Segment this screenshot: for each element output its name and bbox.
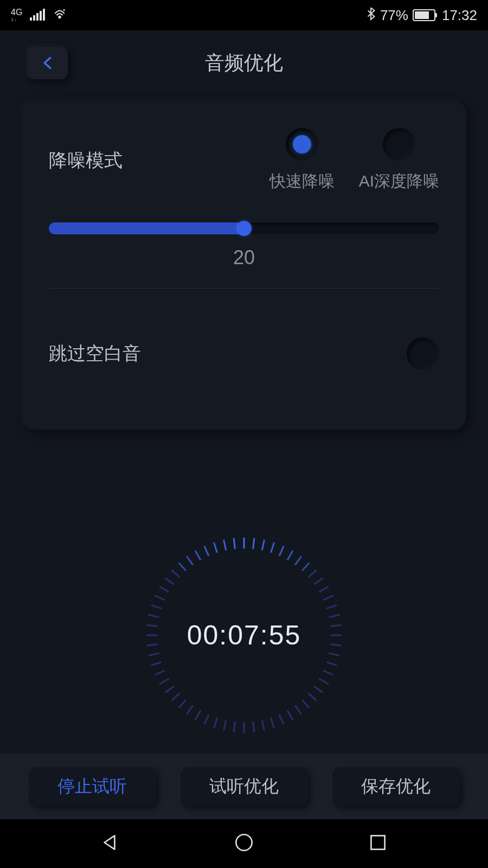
settings-card: 降噪模式 快速降噪 AI深度降噪: [22, 101, 466, 430]
skip-silence-label: 跳过空白音: [49, 341, 141, 366]
svg-line-49: [151, 605, 162, 608]
svg-line-24: [302, 700, 309, 708]
svg-line-45: [147, 644, 158, 646]
svg-line-58: [214, 542, 217, 553]
svg-line-21: [319, 679, 329, 684]
svg-line-33: [224, 720, 226, 731]
nav-back-button[interactable]: [99, 831, 121, 856]
network-4g-icon: 4G 1↓: [11, 8, 22, 22]
svg-point-0: [59, 16, 61, 17]
svg-line-28: [271, 718, 274, 728]
svg-line-60: [234, 538, 235, 549]
slider-fill: [49, 222, 244, 234]
content-area: 音频优化 降噪模式 快速降噪 AI深度降噪: [0, 30, 488, 819]
header: 音频优化: [0, 30, 488, 95]
svg-line-17: [330, 644, 341, 646]
svg-line-39: [171, 693, 179, 700]
svg-line-25: [295, 705, 301, 714]
svg-line-22: [314, 686, 323, 693]
svg-line-48: [149, 615, 159, 617]
radio-option-ai[interactable]: AI深度降噪: [359, 128, 439, 193]
svg-rect-62: [371, 835, 384, 849]
divider: [49, 288, 439, 289]
svg-line-57: [204, 546, 209, 556]
svg-line-51: [159, 586, 169, 592]
radio-dot-selected: [293, 135, 311, 154]
chevron-left-icon: [40, 55, 55, 71]
radio-label-fast: 快速降噪: [269, 170, 335, 193]
bottom-action-bar: 停止试听 试听优化 保存优化: [0, 754, 488, 819]
noise-mode-row: 降噪模式 快速降噪 AI深度降噪: [49, 128, 439, 193]
svg-line-12: [323, 596, 333, 600]
bluetooth-icon: [366, 7, 376, 24]
noise-slider[interactable]: [49, 222, 439, 234]
svg-line-41: [159, 679, 169, 684]
nav-home-button[interactable]: [233, 831, 255, 856]
timer-text: 00:07:55: [187, 620, 301, 651]
wifi-icon: [53, 7, 67, 24]
svg-line-34: [214, 718, 217, 728]
signal-bars-icon: [30, 10, 45, 21]
svg-line-50: [155, 596, 165, 600]
radio-circle: [383, 128, 415, 161]
back-button[interactable]: [27, 47, 68, 79]
svg-line-18: [329, 653, 340, 655]
svg-line-44: [149, 653, 159, 655]
preview-optimize-button[interactable]: 试听优化: [181, 767, 308, 806]
svg-line-38: [179, 700, 186, 708]
stop-preview-button[interactable]: 停止试听: [29, 767, 156, 806]
svg-line-43: [151, 662, 162, 665]
timer-dial: 00:07:55: [136, 527, 352, 744]
svg-line-54: [179, 563, 186, 571]
svg-line-55: [187, 556, 193, 565]
svg-line-4: [271, 542, 274, 553]
svg-line-30: [253, 722, 254, 732]
noise-slider-container: 20: [49, 222, 439, 269]
circle-home-icon: [233, 831, 255, 854]
skip-silence-row: 跳过空白音: [49, 337, 439, 370]
svg-line-40: [165, 686, 174, 693]
svg-line-14: [329, 615, 340, 617]
save-optimize-button[interactable]: 保存优化: [332, 767, 460, 806]
svg-line-37: [187, 705, 193, 714]
slider-thumb[interactable]: [236, 221, 252, 236]
clock-time: 17:32: [442, 7, 477, 24]
svg-line-6: [287, 551, 293, 560]
svg-line-29: [262, 720, 264, 731]
svg-line-35: [204, 714, 209, 724]
svg-line-52: [165, 578, 174, 584]
radio-option-fast[interactable]: 快速降噪: [269, 128, 335, 193]
svg-line-10: [314, 578, 323, 584]
svg-line-20: [323, 671, 333, 675]
noise-mode-options: 快速降噪 AI深度降噪: [269, 128, 439, 193]
svg-line-53: [171, 570, 179, 577]
svg-line-8: [302, 563, 309, 571]
svg-line-27: [279, 714, 284, 724]
svg-line-23: [309, 693, 317, 700]
skip-silence-toggle[interactable]: [407, 337, 439, 370]
toggle-dot: [414, 344, 432, 363]
status-left: 4G 1↓: [11, 7, 67, 24]
square-recent-icon: [367, 831, 389, 854]
svg-line-13: [326, 605, 337, 608]
svg-line-2: [253, 538, 254, 549]
svg-line-15: [330, 625, 341, 626]
android-nav-bar: [0, 819, 488, 868]
radio-label-ai: AI深度降噪: [359, 170, 439, 193]
radio-dot-unselected: [390, 135, 408, 154]
svg-line-9: [309, 570, 317, 577]
svg-line-26: [287, 711, 293, 720]
battery-percent: 77%: [380, 7, 408, 24]
svg-line-47: [147, 625, 158, 626]
svg-line-42: [155, 671, 165, 675]
svg-line-3: [262, 540, 264, 551]
svg-line-32: [234, 722, 235, 732]
svg-point-61: [236, 834, 252, 850]
triangle-back-icon: [99, 831, 121, 854]
svg-line-56: [195, 551, 201, 560]
svg-line-59: [224, 540, 226, 551]
nav-recent-button[interactable]: [367, 831, 389, 856]
svg-line-11: [319, 586, 329, 592]
noise-mode-label: 降噪模式: [49, 148, 123, 173]
svg-line-5: [279, 546, 284, 556]
